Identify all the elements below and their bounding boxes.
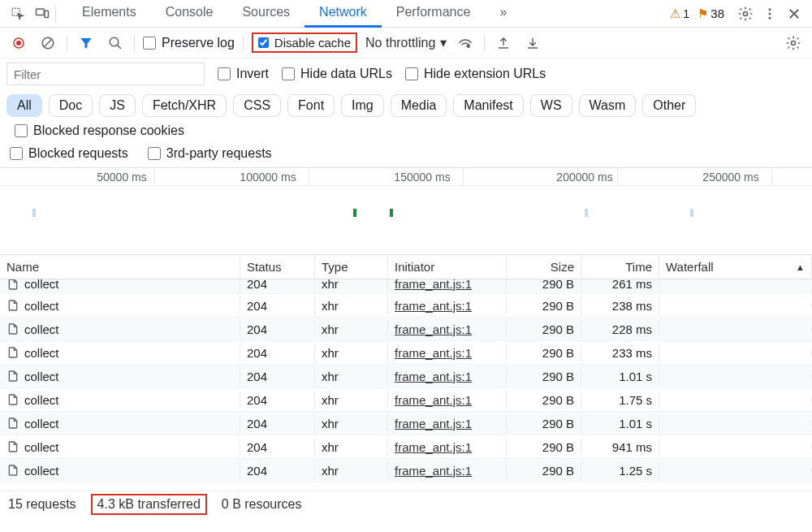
third-party-checkbox[interactable]: 3rd-party requests [148, 146, 272, 161]
type-chip-wasm[interactable]: Wasm [579, 94, 637, 117]
divider [243, 35, 244, 51]
disable-cache-input[interactable] [258, 37, 269, 48]
device-toggle-icon[interactable] [31, 2, 54, 25]
col-initiator[interactable]: Initiator [388, 256, 507, 278]
timeline-mark [353, 209, 356, 217]
cell-waterfall [659, 303, 812, 308]
network-conditions-icon[interactable] [455, 32, 476, 54]
hide-ext-input[interactable] [405, 67, 418, 80]
blocked-requests-checkbox[interactable]: Blocked requests [10, 146, 128, 161]
tab-performance[interactable]: Performance [382, 0, 486, 28]
cell-status: 204 [240, 367, 315, 386]
initiator-link[interactable]: frame_ant.js:1 [395, 279, 472, 291]
initiator-link[interactable]: frame_ant.js:1 [395, 393, 472, 407]
col-name[interactable]: Name [0, 256, 240, 278]
initiator-link[interactable]: frame_ant.js:1 [395, 322, 472, 336]
col-type[interactable]: Type [315, 256, 388, 278]
tab-network[interactable]: Network [304, 0, 382, 28]
upload-har-icon[interactable] [493, 32, 514, 54]
cell-initiator: frame_ant.js:1 [388, 344, 507, 362]
col-time[interactable]: Time [581, 256, 659, 278]
table-row[interactable]: collect204xhrframe_ant.js:1290 B1.25 s [0, 459, 812, 482]
timeline-mark [390, 209, 393, 217]
throttling-label: No throttling [365, 36, 435, 50]
settings-icon[interactable] [734, 2, 757, 25]
cell-name: collect [0, 438, 240, 456]
tab-sources[interactable]: Sources [227, 0, 304, 28]
type-chip-doc[interactable]: Doc [49, 94, 93, 117]
timeline-ticks: 50000 ms 100000 ms 150000 ms 200000 ms 2… [0, 168, 812, 186]
filter-icon[interactable] [76, 32, 97, 54]
invert-checkbox[interactable]: Invert [218, 67, 269, 81]
divider [67, 35, 67, 51]
blocked-cookies-checkbox[interactable]: Blocked response cookies [15, 123, 184, 138]
cell-size: 290 B [507, 461, 581, 480]
sort-asc-icon: ▲ [796, 262, 805, 272]
type-chip-js[interactable]: JS [99, 94, 136, 117]
type-chip-img[interactable]: Img [341, 94, 384, 117]
initiator-link[interactable]: frame_ant.js:1 [395, 370, 472, 383]
table-row[interactable]: collect204xhrframe_ant.js:1290 B233 ms [0, 341, 812, 365]
table-row[interactable]: collect204xhrframe_ant.js:1290 B941 ms [0, 435, 812, 459]
hide-extension-urls-checkbox[interactable]: Hide extension URLs [405, 67, 546, 81]
tab-elements[interactable]: Elements [67, 0, 151, 28]
type-chip-ws[interactable]: WS [530, 94, 572, 117]
preserve-log-input[interactable] [143, 37, 156, 50]
requests-table: Name Status Type Initiator Size Time Wat… [0, 255, 812, 491]
initiator-link[interactable]: frame_ant.js:1 [395, 440, 472, 454]
download-har-icon[interactable] [522, 32, 543, 54]
invert-input[interactable] [218, 67, 231, 80]
table-row[interactable]: collect204xhrframe_ant.js:1290 B1.75 s [0, 388, 812, 412]
initiator-link[interactable]: frame_ant.js:1 [395, 299, 472, 313]
issues-badge[interactable]: ⚑ 38 [698, 6, 724, 21]
search-icon[interactable] [105, 32, 126, 54]
table-row[interactable]: collect204xhrframe_ant.js:1290 B238 ms [0, 294, 812, 318]
kebab-menu-icon[interactable] [758, 2, 781, 25]
cell-waterfall [659, 350, 812, 355]
table-row[interactable]: collect204xhrframe_ant.js:1290 B228 ms [0, 318, 812, 341]
more-tabs-icon[interactable]: » [485, 0, 521, 28]
record-icon[interactable] [8, 32, 29, 54]
table-row[interactable]: collect204xhrframe_ant.js:1290 B261 ms [0, 279, 812, 294]
blocked-requests-input[interactable] [10, 147, 23, 160]
warnings-badge[interactable]: ⚠ 1 [670, 6, 689, 21]
blocked-cookies-input[interactable] [15, 124, 28, 137]
col-status[interactable]: Status [240, 256, 315, 278]
initiator-link[interactable]: frame_ant.js:1 [395, 464, 472, 478]
col-waterfall[interactable]: Waterfall ▲ [659, 256, 812, 278]
filter-input[interactable] [6, 63, 205, 85]
hide-data-input[interactable] [282, 67, 295, 80]
network-settings-icon[interactable] [783, 32, 804, 54]
type-chip-css[interactable]: CSS [233, 94, 281, 117]
clear-icon[interactable] [37, 32, 58, 54]
cell-status: 204 [240, 461, 315, 480]
type-chip-manifest[interactable]: Manifest [453, 94, 523, 117]
col-size[interactable]: Size [507, 256, 581, 278]
table-row[interactable]: collect204xhrframe_ant.js:1290 B1.01 s [0, 412, 812, 435]
type-chip-font[interactable]: Font [287, 94, 335, 117]
close-icon[interactable] [783, 2, 806, 25]
type-chip-fetch-xhr[interactable]: Fetch/XHR [142, 94, 227, 117]
cell-status: 204 [240, 279, 315, 293]
initiator-link[interactable]: frame_ant.js:1 [395, 417, 472, 430]
divider [134, 35, 135, 51]
preserve-log-checkbox[interactable]: Preserve log [143, 36, 235, 50]
hide-data-urls-checkbox[interactable]: Hide data URLs [282, 67, 392, 81]
type-chip-other[interactable]: Other [642, 94, 696, 117]
cell-name: collect [0, 279, 240, 293]
type-chip-all[interactable]: All [6, 94, 42, 117]
type-chip-media[interactable]: Media [391, 94, 447, 117]
tick-label: 250000 ms [702, 171, 758, 184]
cell-size: 290 B [507, 344, 581, 362]
svg-point-5 [769, 12, 771, 15]
inspect-icon[interactable] [6, 2, 29, 25]
table-row[interactable]: collect204xhrframe_ant.js:1290 B1.01 s [0, 365, 812, 388]
timeline-overview[interactable]: 50000 ms 100000 ms 150000 ms 200000 ms 2… [0, 167, 812, 255]
tab-console[interactable]: Console [151, 0, 228, 28]
cell-initiator: frame_ant.js:1 [388, 461, 507, 480]
throttling-dropdown[interactable]: No throttling ▾ [365, 35, 447, 50]
third-party-input[interactable] [148, 147, 161, 160]
cell-initiator: frame_ant.js:1 [388, 391, 507, 409]
tick-label: 100000 ms [240, 171, 296, 184]
initiator-link[interactable]: frame_ant.js:1 [395, 346, 472, 360]
